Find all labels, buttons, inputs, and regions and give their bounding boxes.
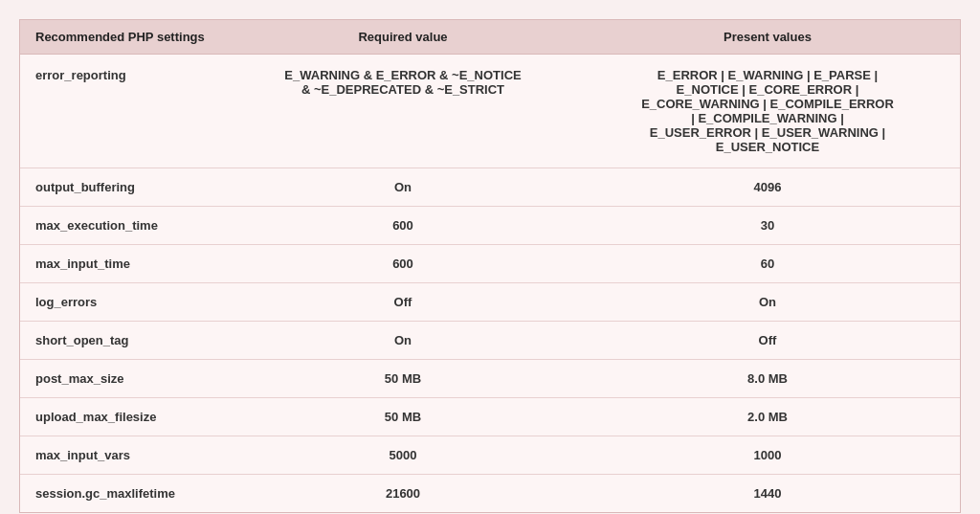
setting-name: max_input_vars <box>20 436 231 475</box>
present-value: 60 <box>575 245 960 283</box>
table-row: log_errorsOffOn <box>20 283 960 322</box>
required-value: E_WARNING & E_ERROR & ~E_NOTICE& ~E_DEPR… <box>231 55 575 168</box>
present-value: E_ERROR | E_WARNING | E_PARSE |E_NOTICE … <box>575 55 960 168</box>
col-header-setting: Recommended PHP settings <box>20 20 231 55</box>
table-row: max_execution_time60030 <box>20 207 960 245</box>
present-value: On <box>575 283 960 322</box>
setting-name: log_errors <box>20 283 231 322</box>
setting-name: error_reporting <box>20 55 231 168</box>
required-value: On <box>231 322 575 360</box>
php-settings-table: Recommended PHP settings Required value … <box>20 20 960 512</box>
col-header-present: Present values <box>575 20 960 55</box>
setting-name: post_max_size <box>20 360 231 398</box>
setting-name: session.gc_maxlifetime <box>20 475 231 513</box>
table-row: post_max_size50 MB8.0 MB <box>20 360 960 398</box>
table-row: upload_max_filesize50 MB2.0 MB <box>20 398 960 436</box>
present-value: Off <box>575 322 960 360</box>
required-value: 21600 <box>231 475 575 513</box>
present-value: 4096 <box>575 168 960 207</box>
col-header-required: Required value <box>231 20 575 55</box>
table-header-row: Recommended PHP settings Required value … <box>20 20 960 55</box>
required-value: 600 <box>231 207 575 245</box>
setting-name: upload_max_filesize <box>20 398 231 436</box>
present-value: 30 <box>575 207 960 245</box>
required-value: On <box>231 168 575 207</box>
setting-name: output_buffering <box>20 168 231 207</box>
table-row: max_input_time60060 <box>20 245 960 283</box>
required-value: 50 MB <box>231 360 575 398</box>
table-row: max_input_vars50001000 <box>20 436 960 475</box>
required-value: 600 <box>231 245 575 283</box>
required-value: 50 MB <box>231 398 575 436</box>
present-value: 1440 <box>575 475 960 513</box>
table-row: session.gc_maxlifetime216001440 <box>20 475 960 513</box>
setting-name: max_input_time <box>20 245 231 283</box>
setting-name: short_open_tag <box>20 322 231 360</box>
table-row: output_bufferingOn4096 <box>20 168 960 207</box>
php-settings-table-wrapper: Recommended PHP settings Required value … <box>19 19 961 513</box>
required-value: 5000 <box>231 436 575 475</box>
required-value: Off <box>231 283 575 322</box>
table-row: error_reportingE_WARNING & E_ERROR & ~E_… <box>20 55 960 168</box>
present-value: 8.0 MB <box>575 360 960 398</box>
table-row: short_open_tagOnOff <box>20 322 960 360</box>
present-value: 1000 <box>575 436 960 475</box>
present-value: 2.0 MB <box>575 398 960 436</box>
setting-name: max_execution_time <box>20 207 231 245</box>
